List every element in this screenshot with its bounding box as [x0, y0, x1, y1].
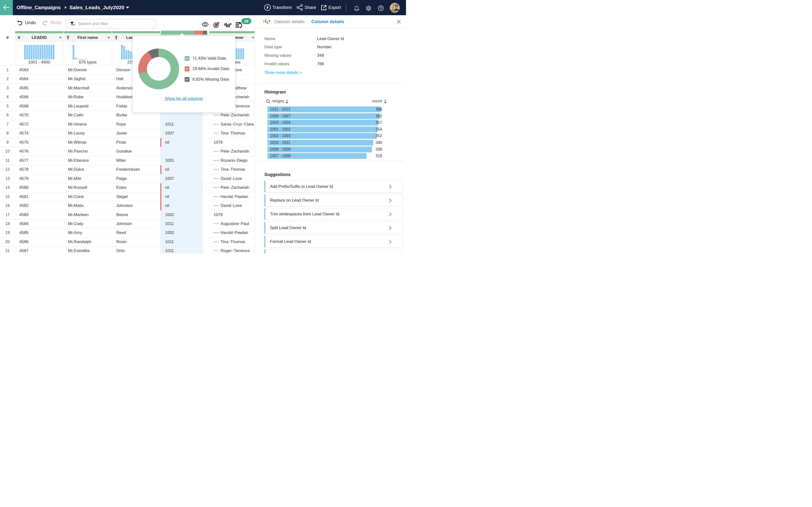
dataset-menu-caret-icon[interactable]: [126, 0, 129, 15]
cell-lead-owner[interactable]: RogerTerrence: [214, 246, 250, 253]
quality-bar[interactable]: [112, 31, 160, 34]
cell-lead-owner-id[interactable]: 1007: [160, 129, 203, 138]
column-header-first-name[interactable]: TFirst name: [64, 33, 112, 42]
help-button[interactable]: [378, 5, 384, 12]
cell-leadid[interactable]: 4585: [19, 228, 29, 237]
cell-first-name[interactable]: Mr.Marchall: [68, 84, 89, 93]
cell-first-name[interactable]: Mr.Pancho: [68, 147, 88, 156]
cell-last-name[interactable]: Johnston: [116, 201, 133, 210]
column-stats-icon[interactable]: [224, 23, 231, 27]
cell-lead-owner[interactable]: TinaThomas: [214, 237, 245, 246]
pipeline-steps-icon[interactable]: [236, 22, 242, 28]
transform-button[interactable]: Transform: [264, 0, 292, 15]
histogram-sort-ranges[interactable]: ranges: [272, 99, 284, 104]
user-avatar[interactable]: [390, 3, 400, 13]
histogram-sort-count[interactable]: count: [372, 99, 382, 104]
cell-leadid[interactable]: 4580: [19, 183, 29, 192]
cell-last-name[interactable]: Paige: [116, 174, 126, 183]
cell-leadid[interactable]: 4576: [19, 147, 29, 156]
cell-leadid[interactable]: 4582: [19, 201, 29, 210]
cell-lead-owner-id[interactable]: 1007: [160, 174, 203, 183]
suggestion-card[interactable]: Spell check Lead Owner Id: [264, 249, 403, 253]
cell-last-name[interactable]: Rosin: [116, 237, 126, 246]
cell-first-name[interactable]: Mr.Wilmar: [68, 138, 87, 147]
tab-dataset-details[interactable]: Dataset details: [274, 15, 305, 29]
cell-lead-owner-id[interactable]: 1011: [160, 219, 203, 228]
column-header-leadid[interactable]: #LEADID: [15, 33, 63, 42]
cell-leadid[interactable]: 4579: [19, 174, 29, 183]
suggestion-card[interactable]: Trim whitespaces from Lead Owner Id: [264, 208, 403, 220]
search-input[interactable]: [78, 21, 156, 26]
cell-first-name[interactable]: Mr.Dulce: [68, 165, 84, 174]
cell-lead-owner-id[interactable]: 1011: [160, 120, 203, 129]
cell-last-name[interactable]: Siegel: [116, 192, 128, 201]
cell-leadid[interactable]: 4578: [19, 165, 29, 174]
show-for-all-columns-link[interactable]: Show for all columns: [133, 96, 235, 101]
cell-first-name[interactable]: Mr.Russell: [68, 183, 87, 192]
cell-first-name[interactable]: Mr.Cathi: [68, 111, 83, 120]
cell-last-name[interactable]: Ortiz: [116, 246, 125, 253]
show-more-details-link[interactable]: Show more details >: [264, 70, 302, 75]
cell-leadid[interactable]: 4587: [19, 246, 29, 253]
column-menu-caret-icon[interactable]: [59, 37, 62, 39]
cell-lead-owner[interactable]: DavidLove: [214, 174, 242, 183]
cell-first-name[interactable]: Mr.Randolph: [68, 237, 91, 246]
steps-count-badge[interactable]: 29: [242, 18, 251, 24]
cell-lead-owner-id[interactable]: 1011: [160, 246, 203, 253]
suggestion-card[interactable]: Split Lead Owner Id: [264, 222, 403, 234]
cell-leadid[interactable]: 4568: [19, 102, 29, 111]
cell-last-name[interactable]: Boone: [116, 211, 128, 219]
legend-checkbox[interactable]: [185, 56, 190, 61]
cell-first-name[interactable]: Mr.Arny: [68, 228, 83, 237]
cell-leadid[interactable]: 4565: [19, 84, 29, 93]
cell-lead-owner-id[interactable]: 1011: [160, 237, 203, 246]
cell-leadid[interactable]: 4581: [19, 192, 29, 201]
suggestion-card[interactable]: Add Prefix/Suffix to Lead Owner Id: [264, 181, 403, 192]
cell-leadid[interactable]: 4575: [19, 138, 29, 147]
cell-leadid[interactable]: 4584: [19, 219, 29, 228]
cell-first-name[interactable]: Mr.Leupold: [68, 102, 89, 111]
settings-button[interactable]: [366, 5, 371, 12]
cell-lead-owner[interactable]: HaroldPawlan: [214, 192, 248, 201]
column-summary[interactable]: 1001 - 4900: [15, 42, 63, 65]
back-button[interactable]: [0, 0, 13, 15]
cell-first-name[interactable]: Mr.Malia: [68, 201, 84, 210]
cell-last-name[interactable]: Burke: [116, 111, 127, 120]
column-menu-caret-icon[interactable]: [108, 37, 110, 39]
quality-bar[interactable]: [64, 31, 112, 34]
cell-lead-owner-id[interactable]: [160, 147, 203, 156]
cell-leadid[interactable]: 4570: [19, 111, 29, 120]
column-summary[interactable]: 676 types: [64, 42, 112, 65]
cell-last-name[interactable]: Javier: [116, 129, 127, 138]
tab-column-details[interactable]: Column details: [311, 15, 344, 29]
cell-last-name[interactable]: Fredericksen: [116, 165, 140, 174]
cell-last-name[interactable]: Anderson: [116, 84, 134, 93]
cell-lead-owner[interactable]: TinaThomas: [214, 165, 245, 174]
cell-lead-owner-id[interactable]: nil: [160, 138, 203, 147]
preview-eye-icon[interactable]: [202, 22, 209, 27]
cell-leadid[interactable]: 4586: [19, 237, 29, 246]
breadcrumb-dataset[interactable]: Sales_Leads_July2020: [69, 0, 124, 15]
cell-first-name[interactable]: Mr.Marleen: [68, 211, 89, 219]
cell-first-name[interactable]: Mr.Elianore: [68, 156, 89, 165]
cell-lead-owner-id[interactable]: nil: [160, 201, 203, 210]
cell-first-name[interactable]: Mr.Verene: [68, 120, 87, 129]
cell-first-name[interactable]: Mr.Estrellita: [68, 246, 90, 253]
cell-last-name[interactable]: Proto: [116, 138, 126, 147]
cell-last-name[interactable]: Estes: [116, 183, 126, 192]
cell-last-name[interactable]: Denson: [116, 66, 131, 74]
cell-lead-owner[interactable]: PeteZachariah: [214, 147, 249, 156]
cell-last-name[interactable]: Roye: [116, 120, 126, 129]
target-goal-icon[interactable]: [213, 22, 219, 28]
cell-lead-owner[interactable]: PeteZachariah: [214, 183, 249, 192]
quality-bar[interactable]: [209, 31, 255, 34]
cell-lead-owner[interactable]: TinaThomas: [214, 129, 245, 138]
cell-leadid[interactable]: 4563: [19, 66, 29, 74]
breadcrumb-project[interactable]: Offline_Campaigns: [17, 0, 61, 15]
search-icon[interactable]: [266, 99, 270, 104]
cell-last-name[interactable]: Miller: [116, 156, 126, 165]
quality-bar-selected[interactable]: [161, 31, 207, 35]
cell-last-name[interactable]: Goodloe: [116, 147, 132, 156]
undo-button[interactable]: Undo: [17, 15, 36, 31]
cell-first-name[interactable]: Mr.Lacey: [68, 129, 85, 138]
